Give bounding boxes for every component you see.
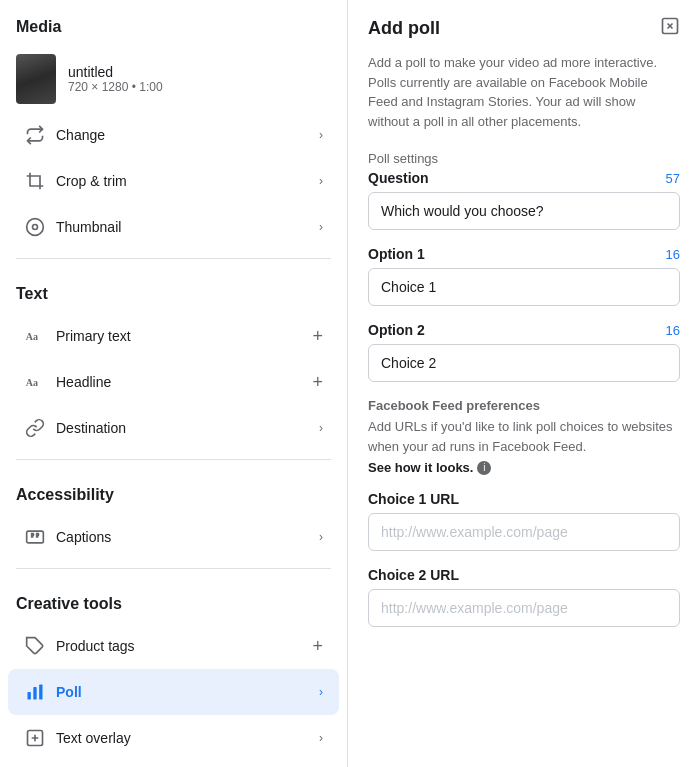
tag-icon bbox=[24, 635, 46, 657]
choice1-url-input[interactable] bbox=[368, 513, 680, 551]
choice2-url-label: Choice 2 URL bbox=[368, 567, 459, 583]
headline-aa-icon: Aa bbox=[24, 371, 46, 393]
media-section-title: Media bbox=[0, 0, 347, 46]
captions-menu-item[interactable]: Captions › bbox=[8, 514, 339, 560]
choice2-url-label-row: Choice 2 URL bbox=[368, 567, 680, 583]
text-aa-icon: Aa bbox=[24, 325, 46, 347]
question-label: Question bbox=[368, 170, 429, 186]
option1-label-row: Option 1 16 bbox=[368, 246, 680, 262]
product-tags-menu-item[interactable]: Product tags + bbox=[8, 623, 339, 669]
thumbnail-menu-item[interactable]: Thumbnail › bbox=[8, 204, 339, 250]
svg-rect-7 bbox=[33, 687, 36, 700]
option2-char-count: 16 bbox=[666, 323, 680, 338]
creative-section-title: Creative tools bbox=[0, 577, 347, 623]
option1-input[interactable] bbox=[368, 268, 680, 306]
panel-header: Add poll bbox=[368, 16, 680, 41]
headline-add-icon: + bbox=[312, 372, 323, 393]
see-how-link[interactable]: See how it looks. bbox=[368, 460, 473, 475]
text-overlay-chevron: › bbox=[319, 731, 323, 745]
thumbnail-chevron: › bbox=[319, 220, 323, 234]
crop-icon bbox=[24, 170, 46, 192]
change-menu-item[interactable]: Change › bbox=[8, 112, 339, 158]
text-section-title: Text bbox=[0, 267, 347, 313]
media-thumbnail bbox=[16, 54, 56, 104]
info-icon: i bbox=[477, 461, 491, 475]
primary-text-label: Primary text bbox=[56, 328, 131, 344]
change-label: Change bbox=[56, 127, 105, 143]
panel-close-icon[interactable] bbox=[660, 16, 680, 41]
option2-label: Option 2 bbox=[368, 322, 425, 338]
fb-feed-title: Facebook Feed preferences bbox=[368, 398, 680, 413]
logo-overlay-menu-item[interactable]: Logo overlay › bbox=[8, 761, 339, 767]
text-overlay-icon bbox=[24, 727, 46, 749]
headline-menu-item[interactable]: Aa Headline + bbox=[8, 359, 339, 405]
captions-label: Captions bbox=[56, 529, 111, 545]
primary-text-add-icon: + bbox=[312, 326, 323, 347]
media-info: untitled 720 × 1280 • 1:00 bbox=[0, 46, 347, 112]
headline-label: Headline bbox=[56, 374, 111, 390]
svg-rect-6 bbox=[28, 692, 31, 700]
thumbnail-icon bbox=[24, 216, 46, 238]
question-input[interactable] bbox=[368, 192, 680, 230]
choice1-url-label-row: Choice 1 URL bbox=[368, 491, 680, 507]
accessibility-section-title: Accessibility bbox=[0, 468, 347, 514]
question-label-row: Question 57 bbox=[368, 170, 680, 186]
divider-2 bbox=[16, 459, 331, 460]
svg-text:Aa: Aa bbox=[26, 377, 38, 388]
poll-menu-item[interactable]: Poll › bbox=[8, 669, 339, 715]
option1-label: Option 1 bbox=[368, 246, 425, 262]
right-panel: Add poll Add a poll to make your video a… bbox=[348, 0, 700, 767]
poll-settings-label: Poll settings bbox=[368, 151, 680, 166]
poll-label: Poll bbox=[56, 684, 82, 700]
media-name: untitled bbox=[68, 64, 163, 80]
cc-icon bbox=[24, 526, 46, 548]
poll-chevron: › bbox=[319, 685, 323, 699]
svg-text:Aa: Aa bbox=[26, 331, 38, 342]
crop-label: Crop & trim bbox=[56, 173, 127, 189]
thumbnail-label: Thumbnail bbox=[56, 219, 121, 235]
text-overlay-menu-item[interactable]: Text overlay › bbox=[8, 715, 339, 761]
poll-icon bbox=[24, 681, 46, 703]
captions-chevron: › bbox=[319, 530, 323, 544]
option2-label-row: Option 2 16 bbox=[368, 322, 680, 338]
primary-text-menu-item[interactable]: Aa Primary text + bbox=[8, 313, 339, 359]
destination-menu-item[interactable]: Destination › bbox=[8, 405, 339, 451]
choice1-url-label: Choice 1 URL bbox=[368, 491, 459, 507]
destination-chevron: › bbox=[319, 421, 323, 435]
change-icon bbox=[24, 124, 46, 146]
destination-label: Destination bbox=[56, 420, 126, 436]
link-icon bbox=[24, 417, 46, 439]
divider-1 bbox=[16, 258, 331, 259]
panel-title: Add poll bbox=[368, 18, 440, 39]
svg-rect-4 bbox=[27, 531, 44, 543]
product-tags-label: Product tags bbox=[56, 638, 135, 654]
see-how-row: See how it looks. i bbox=[368, 460, 680, 475]
svg-point-0 bbox=[27, 219, 44, 236]
svg-point-1 bbox=[33, 225, 38, 230]
choice2-url-input[interactable] bbox=[368, 589, 680, 627]
divider-3 bbox=[16, 568, 331, 569]
media-details: untitled 720 × 1280 • 1:00 bbox=[68, 64, 163, 94]
change-chevron: › bbox=[319, 128, 323, 142]
left-panel: Media untitled 720 × 1280 • 1:00 bbox=[0, 0, 348, 767]
crop-menu-item[interactable]: Crop & trim › bbox=[8, 158, 339, 204]
svg-rect-8 bbox=[39, 685, 42, 700]
option2-input[interactable] bbox=[368, 344, 680, 382]
media-meta: 720 × 1280 • 1:00 bbox=[68, 80, 163, 94]
fb-feed-desc: Add URLs if you'd like to link poll choi… bbox=[368, 417, 680, 456]
question-char-count: 57 bbox=[666, 171, 680, 186]
panel-description: Add a poll to make your video ad more in… bbox=[368, 53, 680, 131]
text-overlay-label: Text overlay bbox=[56, 730, 131, 746]
option1-char-count: 16 bbox=[666, 247, 680, 262]
crop-chevron: › bbox=[319, 174, 323, 188]
product-tags-add-icon: + bbox=[312, 636, 323, 657]
